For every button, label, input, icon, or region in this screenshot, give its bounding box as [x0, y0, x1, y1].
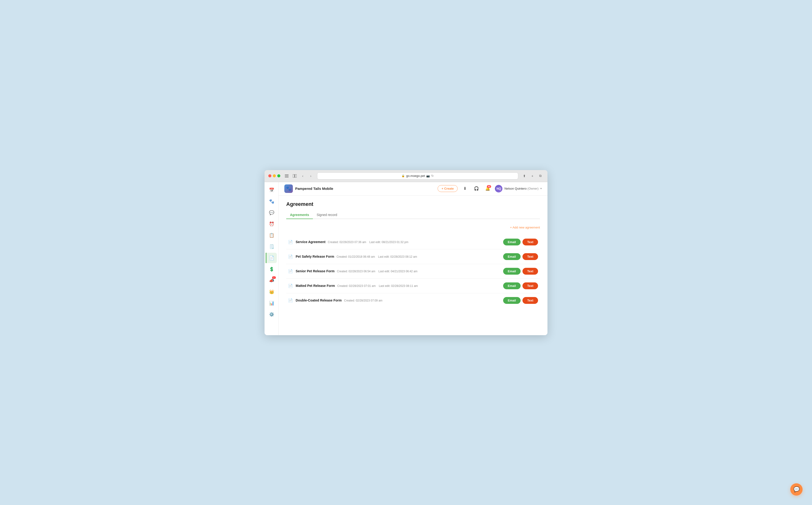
lock-icon: 🔒 [401, 174, 405, 177]
top-bar: 🐾 Pampered Tails Mobile + Create ⬇ 🎧 🔔 9… [279, 182, 548, 195]
chat-icon: 💬 [793, 486, 800, 493]
tab-agreements[interactable]: Agreements [286, 211, 313, 219]
browser-nav: ‹ › [283, 173, 314, 179]
clients-icon: 🐾 [269, 199, 274, 204]
main-content: 🐾 Pampered Tails Mobile + Create ⬇ 🎧 🔔 9… [279, 182, 548, 335]
reports-icon: 📋 [269, 233, 274, 238]
url-text: go.moego.pet [406, 174, 425, 178]
svg-rect-0 [285, 175, 288, 175]
top-bar-actions: + Create ⬇ 🎧 🔔 92 NQ Nelson Quinte [438, 185, 542, 193]
table-row: 📄 Senior Pet Release Form Created: 02/28… [286, 264, 540, 279]
agreement-info: Matted Pet Release Form Created: 02/28/2… [296, 284, 500, 288]
back-button[interactable]: ‹ [299, 173, 306, 179]
sidebar-item-clients[interactable]: 🐾 [266, 196, 277, 206]
text-button-1[interactable]: Text [523, 238, 538, 245]
email-button-1[interactable]: Email [503, 238, 521, 245]
table-row: 📄 Pet Safety Release Form Created: 01/22… [286, 249, 540, 264]
help-button[interactable]: 🎧 [472, 185, 480, 193]
minimize-dot[interactable] [273, 174, 276, 177]
table-row: 📄 Matted Pet Release Form Created: 02/28… [286, 279, 540, 293]
browser-chrome: ‹ › 🔒 go.moego.pet 📷 ↻ ⬆ + ⧉ [264, 170, 548, 182]
email-button-3[interactable]: Email [503, 268, 521, 275]
text-button-4[interactable]: Text [523, 283, 538, 289]
notification-badge: 92 [487, 185, 491, 188]
tabs-button[interactable]: ⧉ [537, 173, 544, 179]
agreement-list: 📄 Service Agreement Created: 02/28/2023 … [286, 235, 540, 308]
agreement-name[interactable]: Pet Safety Release Form [296, 255, 334, 259]
svg-rect-1 [285, 176, 288, 176]
svg-rect-3 [293, 174, 295, 178]
sidebar-item-loyalty[interactable]: 👑 [266, 287, 277, 297]
user-name: Nelson Quintero (Owner) [504, 187, 539, 190]
agreement-name[interactable]: Matted Pet Release Form [296, 284, 335, 288]
sidebar-item-messages[interactable]: 💬 [266, 207, 277, 218]
sidebar-item-checklist[interactable]: 🗒️ [266, 241, 277, 252]
sidebar-item-reminders[interactable]: ⏰ [266, 219, 277, 229]
sidebar-item-billing[interactable]: 💲 [266, 264, 277, 275]
sidebar-item-settings[interactable]: ⚙️ [266, 309, 277, 320]
share-button[interactable]: ⬆ [521, 173, 528, 179]
brand: 🐾 Pampered Tails Mobile [284, 184, 333, 193]
agreement-meta: Created: 02/28/2023 06:54 am Last edit: … [337, 270, 418, 273]
download-icon: ⬇ [463, 186, 467, 191]
page-content: Agreement Agreements Signed record + Add… [279, 195, 548, 335]
address-bar[interactable]: 🔒 go.moego.pet 📷 ↻ [317, 172, 518, 179]
browser-actions: ⬆ + ⧉ [521, 173, 544, 179]
agreement-actions: Email Text [503, 253, 538, 260]
agreement-actions: Email Text [503, 268, 538, 275]
agreement-name[interactable]: Double-Coated Release Form [296, 299, 342, 302]
document-icon: 📄 [288, 240, 293, 244]
sidebar-item-analytics[interactable]: 📊 [266, 298, 277, 308]
agreement-name[interactable]: Service Agreement [296, 240, 325, 244]
settings-icon: ⚙️ [269, 312, 274, 317]
agreement-section: + Add new agreement 📄 Service Agreement … [286, 219, 540, 312]
chevron-down-icon: ▾ [541, 187, 542, 190]
reminders-icon: ⏰ [269, 221, 274, 226]
app-layout: 📅 🐾 💬 ⏰ 📋 🗒️ 📄 💲 [264, 182, 548, 335]
calendar-icon: 📅 [269, 187, 274, 193]
user-area[interactable]: NQ Nelson Quintero (Owner) ▾ [495, 185, 542, 192]
agreement-meta: Created: 01/22/2018 06:48 am Last edit: … [336, 255, 417, 259]
text-button-5[interactable]: Text [523, 297, 538, 304]
add-new-agreement-link[interactable]: + Add new agreement [286, 224, 540, 235]
email-button-2[interactable]: Email [503, 253, 521, 260]
email-button-4[interactable]: Email [503, 283, 521, 289]
download-button[interactable]: ⬇ [461, 185, 469, 193]
close-dot[interactable] [268, 174, 271, 177]
sidebar-item-marketing[interactable]: 📣 ! [266, 275, 277, 286]
sidebar-split-button[interactable] [291, 173, 298, 179]
new-tab-button[interactable]: + [529, 173, 536, 179]
text-button-3[interactable]: Text [523, 268, 538, 275]
avatar: NQ [495, 185, 502, 192]
agreement-actions: Email Text [503, 283, 538, 289]
billing-icon: 💲 [269, 267, 274, 272]
svg-rect-4 [295, 174, 297, 178]
text-button-2[interactable]: Text [523, 253, 538, 260]
sidebar-item-agreements[interactable]: 📄 [266, 253, 277, 263]
agreement-info: Senior Pet Release Form Created: 02/28/2… [296, 269, 500, 273]
sidebar: 📅 🐾 💬 ⏰ 📋 🗒️ 📄 💲 [264, 182, 279, 335]
document-icon: 📄 [288, 255, 293, 259]
notifications-button[interactable]: 🔔 92 [484, 185, 492, 193]
agreements-icon: 📄 [269, 255, 274, 261]
document-icon: 📄 [288, 269, 293, 274]
chat-fab-button[interactable]: 💬 [790, 483, 803, 496]
sidebar-item-reports[interactable]: 📋 [266, 230, 277, 240]
marketing-badge: ! [272, 276, 276, 279]
brand-name: Pampered Tails Mobile [295, 187, 333, 191]
create-button[interactable]: + Create [438, 185, 458, 192]
tab-signed-record[interactable]: Signed record [313, 211, 341, 219]
browser-window: ‹ › 🔒 go.moego.pet 📷 ↻ ⬆ + ⧉ 📅 🐾 💬 [264, 170, 548, 335]
browser-dots [268, 174, 280, 177]
loyalty-icon: 👑 [269, 289, 274, 295]
brand-logo: 🐾 [284, 184, 293, 193]
sidebar-toggle-button[interactable] [283, 173, 290, 179]
table-row: 📄 Service Agreement Created: 02/28/2023 … [286, 235, 540, 249]
forward-button[interactable]: › [307, 173, 314, 179]
refresh-icon[interactable]: ↻ [431, 174, 434, 178]
maximize-dot[interactable] [277, 174, 280, 177]
agreement-name[interactable]: Senior Pet Release Form [296, 269, 335, 273]
email-button-5[interactable]: Email [503, 297, 521, 304]
agreement-info: Service Agreement Created: 02/28/2023 07… [296, 240, 500, 244]
sidebar-item-calendar[interactable]: 📅 [266, 185, 277, 195]
